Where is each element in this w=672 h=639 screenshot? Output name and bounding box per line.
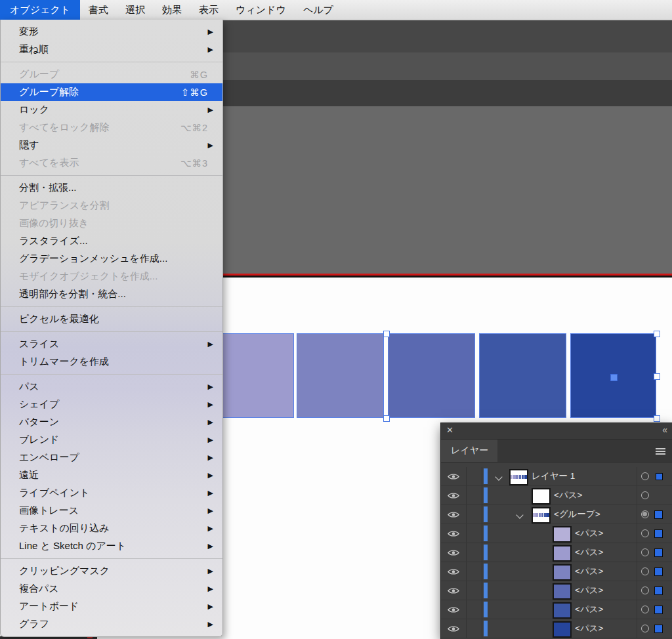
menu-item[interactable]: グループ ⌘G — [1, 66, 222, 83]
selection-indicator[interactable] — [654, 567, 663, 576]
target-circle[interactable] — [641, 510, 649, 518]
lock-toggle[interactable] — [466, 562, 482, 581]
menu-item[interactable]: すべてをロック解除 ⌥⌘2 — [1, 119, 222, 136]
menu-item[interactable]: シェイプ ▶ — [1, 396, 222, 413]
target-circle[interactable] — [641, 606, 649, 613]
layer-thumbnail[interactable] — [553, 583, 572, 600]
menu-item[interactable]: クリッピングマスク ▶ — [1, 562, 222, 580]
menu-item[interactable]: アートボード ▶ — [1, 598, 222, 615]
layer-name[interactable]: <パス> — [575, 623, 603, 634]
layer-thumbnail[interactable] — [553, 545, 572, 562]
layer-thumbnail[interactable] — [532, 507, 551, 524]
layer-name[interactable]: <パス> — [575, 566, 603, 577]
layer-thumbnail[interactable] — [553, 526, 572, 543]
layer-thumbnail[interactable] — [553, 621, 572, 638]
target-circle[interactable] — [641, 567, 649, 575]
layer-row[interactable]: <パス> — [441, 562, 672, 581]
menu-item[interactable]: テキストの回り込み ▶ — [1, 520, 222, 537]
expander-chevron-icon[interactable] — [516, 511, 523, 518]
visibility-toggle[interactable] — [441, 600, 467, 619]
artwork-square[interactable] — [479, 333, 566, 418]
visibility-toggle[interactable] — [441, 505, 467, 524]
selection-handle-top-middle[interactable] — [383, 331, 390, 337]
layer-name[interactable]: <パス> — [575, 585, 603, 596]
menubar-item[interactable]: 効果 — [154, 0, 190, 20]
lock-toggle[interactable] — [466, 600, 482, 619]
visibility-toggle[interactable] — [441, 486, 467, 505]
menu-item[interactable]: 複合パス ▶ — [1, 580, 222, 598]
lock-toggle[interactable] — [466, 619, 482, 638]
target-circle[interactable] — [641, 548, 649, 556]
selection-indicator[interactable] — [656, 473, 663, 480]
target-circle[interactable] — [641, 491, 649, 499]
layer-name[interactable]: <パス> — [554, 489, 582, 501]
menu-item[interactable]: 重ね順 ▶ — [1, 41, 222, 58]
visibility-toggle[interactable] — [441, 619, 467, 638]
layer-thumbnail[interactable] — [509, 469, 528, 485]
selection-indicator[interactable] — [654, 625, 663, 633]
panel-menu-icon[interactable] — [656, 448, 665, 455]
menu-item[interactable]: グラデーションメッシュを作成... — [1, 250, 222, 268]
layer-row[interactable]: <パス> — [441, 543, 672, 562]
menu-item[interactable]: ピクセルを最適化 — [1, 310, 222, 328]
target-circle[interactable] — [641, 529, 649, 537]
menubar-item[interactable]: ウィンドウ — [227, 0, 295, 20]
layer-row[interactable]: <パス> — [441, 524, 672, 543]
layer-thumbnail[interactable] — [532, 488, 551, 505]
target-circle[interactable] — [641, 587, 649, 594]
layer-row[interactable]: <パス> — [441, 619, 672, 638]
layer-name[interactable]: <パス> — [575, 527, 603, 539]
target-circle[interactable] — [641, 472, 649, 480]
close-icon[interactable]: ✕ — [446, 425, 453, 435]
menubar-item[interactable]: 選択 — [117, 0, 154, 20]
menu-item[interactable]: 透明部分を分割・統合... — [1, 285, 222, 303]
menu-item[interactable]: グラフ ▶ — [1, 615, 222, 633]
menu-item[interactable]: ロック ▶ — [1, 101, 222, 119]
menu-item[interactable]: すべてを表示 ⌥⌘3 — [1, 154, 222, 172]
layer-thumbnail[interactable] — [553, 564, 572, 581]
lock-toggle[interactable] — [466, 486, 482, 505]
selection-handle-bottom-right[interactable] — [654, 415, 660, 422]
lock-toggle[interactable] — [466, 524, 482, 543]
menu-item[interactable]: 遠近 ▶ — [1, 466, 222, 484]
layer-name[interactable]: <パス> — [575, 546, 603, 558]
menu-item[interactable]: ライブペイント ▶ — [1, 484, 222, 502]
menu-item[interactable]: 分割・拡張... — [1, 179, 222, 197]
selection-handle-bottom-middle[interactable] — [383, 415, 390, 422]
menu-item[interactable]: トリムマークを作成 — [1, 353, 222, 371]
layer-name[interactable]: <パス> — [575, 604, 603, 615]
menu-item[interactable]: ブレンド ▶ — [1, 431, 222, 449]
layer-name[interactable]: <グループ> — [554, 508, 600, 520]
expander-chevron-icon[interactable] — [495, 473, 502, 480]
menu-item[interactable]: ラスタライズ... — [1, 232, 222, 250]
menubar-item[interactable]: 表示 — [190, 0, 227, 20]
selection-handle-top-right[interactable] — [654, 331, 660, 337]
visibility-toggle[interactable] — [441, 562, 467, 581]
menu-item[interactable]: エンベロープ ▶ — [1, 449, 222, 466]
lock-toggle[interactable] — [466, 581, 482, 600]
selection-handle-right-middle[interactable] — [654, 373, 660, 380]
artwork-square[interactable] — [297, 333, 384, 418]
layer-row[interactable]: <パス> — [441, 486, 672, 505]
layer-name[interactable]: レイヤー 1 — [532, 470, 575, 482]
menubar-item[interactable]: ヘルプ — [295, 0, 342, 20]
lock-toggle[interactable] — [466, 543, 482, 562]
menu-item[interactable]: パターン ▶ — [1, 413, 222, 431]
lock-toggle[interactable] — [466, 467, 482, 485]
artwork-square[interactable] — [388, 333, 475, 418]
visibility-toggle[interactable] — [441, 467, 467, 485]
object-center-point[interactable] — [610, 374, 618, 381]
menu-item[interactable]: 変形 ▶ — [1, 23, 222, 41]
layer-row[interactable]: <グループ> — [441, 505, 672, 524]
layer-row[interactable]: レイヤー 1 — [441, 467, 672, 486]
menubar-item[interactable]: 書式 — [80, 0, 117, 20]
menu-item[interactable]: アピアランスを分割 — [1, 197, 222, 215]
menu-item[interactable]: グループ解除 ⇧⌘G — [1, 83, 222, 101]
selection-indicator[interactable] — [654, 606, 663, 614]
selection-indicator[interactable] — [654, 510, 663, 519]
selection-indicator[interactable] — [654, 548, 663, 557]
selection-indicator[interactable] — [654, 587, 663, 595]
lock-toggle[interactable] — [466, 505, 482, 524]
menu-item[interactable]: 画像の切り抜き — [1, 215, 222, 232]
menu-item[interactable]: モザイクオブジェクトを作成... — [1, 268, 222, 285]
